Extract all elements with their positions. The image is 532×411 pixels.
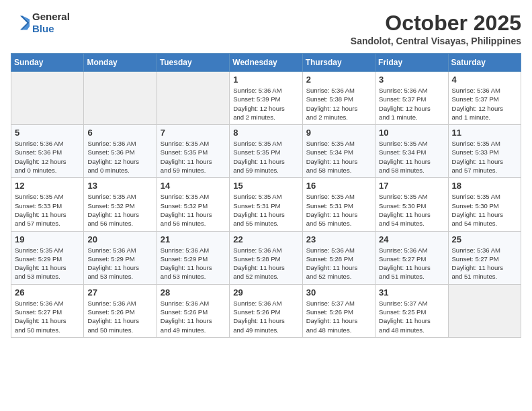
day-info: Sunrise: 5:35 AM Sunset: 5:35 PM Dayligh… xyxy=(233,139,298,175)
day-number: 12 xyxy=(15,181,80,191)
day-number: 28 xyxy=(161,287,226,298)
day-info: Sunrise: 5:36 AM Sunset: 5:27 PM Dayligh… xyxy=(452,246,517,281)
calendar-cell: 30Sunrise: 5:37 AM Sunset: 5:26 PM Dayli… xyxy=(302,284,375,337)
calendar-cell: 31Sunrise: 5:37 AM Sunset: 5:25 PM Dayli… xyxy=(375,284,448,337)
calendar-header-row: SundayMondayTuesdayWednesdayThursdayFrid… xyxy=(11,54,521,72)
calendar-cell: 12Sunrise: 5:35 AM Sunset: 5:33 PM Dayli… xyxy=(11,178,84,231)
calendar-cell: 16Sunrise: 5:35 AM Sunset: 5:31 PM Dayli… xyxy=(302,178,375,231)
calendar-cell xyxy=(157,72,229,125)
day-number: 4 xyxy=(452,75,517,85)
calendar-week-row: 12Sunrise: 5:35 AM Sunset: 5:33 PM Dayli… xyxy=(11,178,521,231)
calendar-cell: 7Sunrise: 5:35 AM Sunset: 5:35 PM Daylig… xyxy=(157,125,229,178)
day-header-friday: Friday xyxy=(375,54,448,72)
day-info: Sunrise: 5:35 AM Sunset: 5:29 PM Dayligh… xyxy=(15,246,80,281)
day-info: Sunrise: 5:36 AM Sunset: 5:39 PM Dayligh… xyxy=(233,86,298,122)
day-number: 23 xyxy=(306,234,371,244)
calendar-cell: 20Sunrise: 5:36 AM Sunset: 5:29 PM Dayli… xyxy=(84,231,157,284)
calendar-cell: 28Sunrise: 5:36 AM Sunset: 5:26 PM Dayli… xyxy=(157,284,229,337)
day-number: 24 xyxy=(379,234,444,244)
logo-text: General Blue xyxy=(32,11,70,35)
calendar-cell: 4Sunrise: 5:36 AM Sunset: 5:37 PM Daylig… xyxy=(448,72,521,125)
day-header-thursday: Thursday xyxy=(302,54,375,72)
day-info: Sunrise: 5:36 AM Sunset: 5:37 PM Dayligh… xyxy=(452,86,517,122)
day-number: 5 xyxy=(15,128,80,138)
day-info: Sunrise: 5:36 AM Sunset: 5:27 PM Dayligh… xyxy=(15,299,80,334)
day-number: 27 xyxy=(87,287,152,298)
day-header-sunday: Sunday xyxy=(11,54,84,72)
day-info: Sunrise: 5:35 AM Sunset: 5:31 PM Dayligh… xyxy=(306,192,371,228)
calendar-table: SundayMondayTuesdayWednesdayThursdayFrid… xyxy=(11,53,521,338)
day-info: Sunrise: 5:36 AM Sunset: 5:29 PM Dayligh… xyxy=(87,246,152,281)
calendar-cell xyxy=(448,284,521,337)
calendar-cell: 13Sunrise: 5:35 AM Sunset: 5:32 PM Dayli… xyxy=(84,178,157,231)
day-number: 26 xyxy=(15,287,80,298)
calendar-cell: 1Sunrise: 5:36 AM Sunset: 5:39 PM Daylig… xyxy=(230,72,302,125)
day-info: Sunrise: 5:35 AM Sunset: 5:30 PM Dayligh… xyxy=(452,192,517,228)
calendar-cell xyxy=(11,72,84,125)
day-header-monday: Monday xyxy=(84,54,157,72)
day-info: Sunrise: 5:36 AM Sunset: 5:28 PM Dayligh… xyxy=(306,246,371,281)
calendar-week-row: 1Sunrise: 5:36 AM Sunset: 5:39 PM Daylig… xyxy=(11,72,521,125)
day-info: Sunrise: 5:35 AM Sunset: 5:33 PM Dayligh… xyxy=(15,192,80,228)
day-number: 3 xyxy=(379,75,444,85)
day-number: 16 xyxy=(306,181,371,191)
logo-icon xyxy=(11,13,30,32)
calendar-cell xyxy=(84,72,157,125)
day-number: 17 xyxy=(379,181,444,191)
calendar-cell: 9Sunrise: 5:35 AM Sunset: 5:34 PM Daylig… xyxy=(302,125,375,178)
calendar-cell: 11Sunrise: 5:35 AM Sunset: 5:33 PM Dayli… xyxy=(448,125,521,178)
calendar-week-row: 19Sunrise: 5:35 AM Sunset: 5:29 PM Dayli… xyxy=(11,231,521,284)
location-subtitle: Sandolot, Central Visayas, Philippines xyxy=(351,36,521,46)
calendar-cell: 24Sunrise: 5:36 AM Sunset: 5:27 PM Dayli… xyxy=(375,231,448,284)
calendar-cell: 10Sunrise: 5:35 AM Sunset: 5:34 PM Dayli… xyxy=(375,125,448,178)
calendar-cell: 2Sunrise: 5:36 AM Sunset: 5:38 PM Daylig… xyxy=(302,72,375,125)
day-info: Sunrise: 5:36 AM Sunset: 5:38 PM Dayligh… xyxy=(306,86,371,122)
day-number: 22 xyxy=(233,234,298,244)
day-number: 2 xyxy=(306,75,371,85)
day-number: 14 xyxy=(161,181,226,191)
day-info: Sunrise: 5:35 AM Sunset: 5:32 PM Dayligh… xyxy=(161,192,226,228)
day-info: Sunrise: 5:36 AM Sunset: 5:26 PM Dayligh… xyxy=(233,299,298,334)
day-number: 31 xyxy=(379,287,444,298)
day-info: Sunrise: 5:36 AM Sunset: 5:27 PM Dayligh… xyxy=(379,246,444,281)
calendar-cell: 21Sunrise: 5:36 AM Sunset: 5:29 PM Dayli… xyxy=(157,231,229,284)
calendar-cell: 3Sunrise: 5:36 AM Sunset: 5:37 PM Daylig… xyxy=(375,72,448,125)
day-info: Sunrise: 5:36 AM Sunset: 5:36 PM Dayligh… xyxy=(15,139,80,175)
calendar-week-row: 26Sunrise: 5:36 AM Sunset: 5:27 PM Dayli… xyxy=(11,284,521,337)
day-number: 29 xyxy=(233,287,298,298)
day-info: Sunrise: 5:35 AM Sunset: 5:30 PM Dayligh… xyxy=(379,192,444,228)
day-info: Sunrise: 5:36 AM Sunset: 5:37 PM Dayligh… xyxy=(379,86,444,122)
page-header: General Blue October 2025 Sandolot, Cent… xyxy=(11,11,521,46)
calendar-cell: 18Sunrise: 5:35 AM Sunset: 5:30 PM Dayli… xyxy=(448,178,521,231)
day-number: 21 xyxy=(161,234,226,244)
day-number: 8 xyxy=(233,128,298,138)
calendar-cell: 19Sunrise: 5:35 AM Sunset: 5:29 PM Dayli… xyxy=(11,231,84,284)
calendar-cell: 29Sunrise: 5:36 AM Sunset: 5:26 PM Dayli… xyxy=(230,284,302,337)
day-number: 30 xyxy=(306,287,371,298)
day-number: 25 xyxy=(452,234,517,244)
calendar-cell: 22Sunrise: 5:36 AM Sunset: 5:28 PM Dayli… xyxy=(230,231,302,284)
day-header-saturday: Saturday xyxy=(448,54,521,72)
day-info: Sunrise: 5:35 AM Sunset: 5:33 PM Dayligh… xyxy=(452,139,517,175)
day-info: Sunrise: 5:36 AM Sunset: 5:26 PM Dayligh… xyxy=(161,299,226,334)
day-header-tuesday: Tuesday xyxy=(157,54,229,72)
day-info: Sunrise: 5:35 AM Sunset: 5:35 PM Dayligh… xyxy=(161,139,226,175)
calendar-cell: 17Sunrise: 5:35 AM Sunset: 5:30 PM Dayli… xyxy=(375,178,448,231)
day-number: 1 xyxy=(233,75,298,85)
day-info: Sunrise: 5:36 AM Sunset: 5:28 PM Dayligh… xyxy=(233,246,298,281)
day-number: 20 xyxy=(87,234,152,244)
title-block: October 2025 Sandolot, Central Visayas, … xyxy=(351,11,521,46)
day-number: 11 xyxy=(452,128,517,138)
day-info: Sunrise: 5:37 AM Sunset: 5:25 PM Dayligh… xyxy=(379,299,444,334)
day-number: 10 xyxy=(379,128,444,138)
day-info: Sunrise: 5:35 AM Sunset: 5:34 PM Dayligh… xyxy=(306,139,371,175)
calendar-cell: 25Sunrise: 5:36 AM Sunset: 5:27 PM Dayli… xyxy=(448,231,521,284)
day-number: 15 xyxy=(233,181,298,191)
calendar-cell: 8Sunrise: 5:35 AM Sunset: 5:35 PM Daylig… xyxy=(230,125,302,178)
day-number: 18 xyxy=(452,181,517,191)
day-info: Sunrise: 5:36 AM Sunset: 5:26 PM Dayligh… xyxy=(87,299,152,334)
calendar-cell: 5Sunrise: 5:36 AM Sunset: 5:36 PM Daylig… xyxy=(11,125,84,178)
day-number: 7 xyxy=(161,128,226,138)
calendar-cell: 6Sunrise: 5:36 AM Sunset: 5:36 PM Daylig… xyxy=(84,125,157,178)
day-number: 9 xyxy=(306,128,371,138)
